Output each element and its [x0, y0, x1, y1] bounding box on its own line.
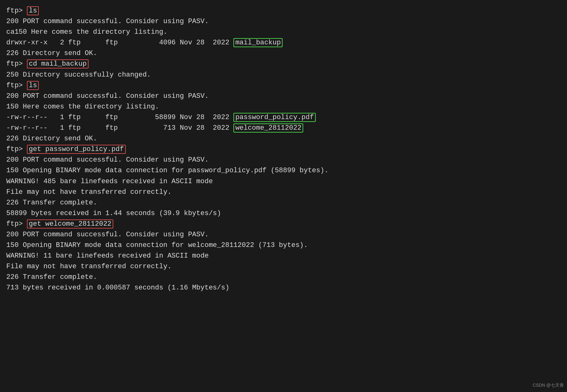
- terminal-line: drwxr-xr-x 2 ftp ftp 4096 Nov 28 2022 ma…: [6, 38, 561, 48]
- output-before: -rw-r--r-- 1 ftp ftp 58899 Nov 28 2022: [6, 113, 233, 121]
- terminal-line: 200 PORT command successful. Consider us…: [6, 155, 561, 165]
- ftp-prompt: ftp>: [6, 7, 27, 15]
- terminal-line: 150 Opening BINARY mode data connection …: [6, 165, 561, 176]
- ftp-command: ls: [27, 81, 39, 90]
- terminal-line: 150 Opening BINARY mode data connection …: [6, 240, 561, 251]
- terminal-line: File may not have transferred correctly.: [6, 261, 561, 272]
- terminal-line: WARNING! 485 bare linefeeds received in …: [6, 176, 561, 187]
- output-before: -rw-r--r-- 1 ftp ftp 713 Nov 28 2022: [6, 124, 233, 132]
- terminal-line: 200 PORT command successful. Consider us…: [6, 229, 561, 240]
- terminal-line: -rw-r--r-- 1 ftp ftp 713 Nov 28 2022 wel…: [6, 123, 561, 133]
- terminal-line: 150 Here comes the directory listing.: [6, 102, 561, 112]
- terminal-line: ftp> ls: [6, 80, 561, 91]
- output-before: drwxr-xr-x 2 ftp ftp 4096 Nov 28 2022: [6, 39, 233, 47]
- watermark-label: CSDN @七天青: [533, 382, 564, 389]
- ftp-command: cd mail_backup: [27, 59, 89, 68]
- ftp-command: get password_policy.pdf: [27, 145, 126, 154]
- ftp-prompt: ftp>: [6, 82, 27, 89]
- ftp-prompt: ftp>: [6, 220, 27, 228]
- output-highlight: welcome_28112022: [233, 123, 303, 133]
- output-highlight: password_policy.pdf: [233, 113, 316, 122]
- terminal-line: WARNING! 11 bare linefeeds received in A…: [6, 251, 561, 261]
- terminal-line: 226 Directory send OK.: [6, 48, 561, 59]
- terminal-line: File may not have transferred correctly.: [6, 187, 561, 198]
- output-highlight: mail_backup: [233, 38, 283, 47]
- terminal-line: ftp> get welcome_28112022: [6, 219, 561, 229]
- terminal-line: 226 Transfer complete.: [6, 272, 561, 283]
- terminal-line: 713 bytes received in 0.000587 seconds (…: [6, 283, 561, 293]
- terminal-line: ftp> ls: [6, 6, 561, 16]
- ftp-command: ls: [27, 6, 39, 15]
- terminal-line: ftp> get password_policy.pdf: [6, 144, 561, 155]
- terminal-line: ca150 Here comes the directory listing.: [6, 27, 561, 38]
- terminal-line: 250 Directory successfully changed.: [6, 70, 561, 80]
- ftp-command: get welcome_28112022: [27, 219, 113, 229]
- terminal-line: 226 Transfer complete.: [6, 198, 561, 208]
- terminal-line: 226 Directory send OK.: [6, 133, 561, 144]
- ftp-prompt: ftp>: [6, 145, 27, 153]
- terminal-line: 58899 bytes received in 1.44 seconds (39…: [6, 208, 561, 219]
- terminal-line: ftp> cd mail_backup: [6, 59, 561, 69]
- terminal-container: ftp> ls200 PORT command successful. Cons…: [6, 6, 561, 294]
- terminal-line: 200 PORT command successful. Consider us…: [6, 91, 561, 102]
- ftp-prompt: ftp>: [6, 60, 27, 68]
- terminal-line: -rw-r--r-- 1 ftp ftp 58899 Nov 28 2022 p…: [6, 112, 561, 123]
- terminal-line: 200 PORT command successful. Consider us…: [6, 16, 561, 27]
